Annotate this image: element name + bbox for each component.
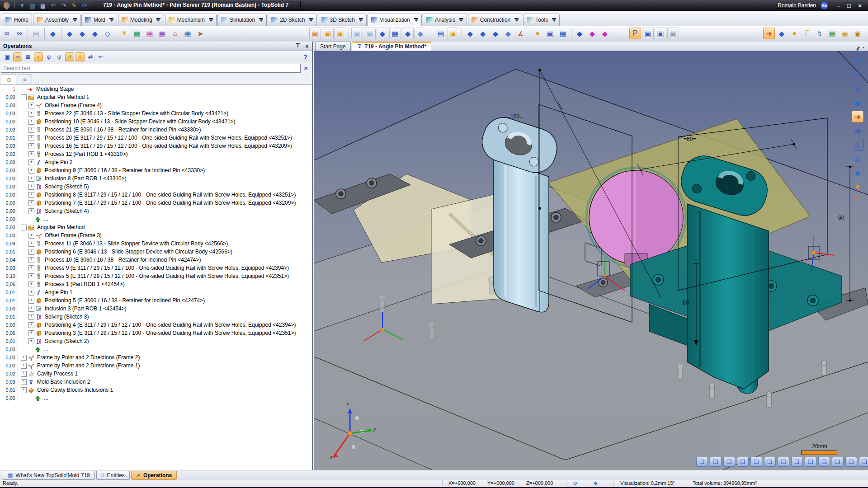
tree-row[interactable]: 0,02+Process 12 (Part ROB 1 <43310>) [0, 150, 312, 158]
display-mode-icon[interactable]: ❖ [593, 480, 598, 487]
tree-row[interactable]: 0,10+Process 5 (E 3117 / 29 / 15 / 12 / … [0, 272, 312, 280]
expand-box-icon[interactable]: + [28, 192, 34, 198]
document-tab-active[interactable]: 719 - Angle Pin Method* [352, 42, 431, 51]
tag-icon[interactable]: ◗ [34, 52, 43, 61]
window-select-1-icon[interactable]: ▣ [642, 28, 654, 39]
expand-box-icon[interactable]: + [28, 143, 34, 149]
split-viewport-icon[interactable]: ▦ [852, 125, 863, 136]
part-variant-3-icon[interactable]: ◆ [89, 28, 101, 39]
expand-box-icon[interactable]: + [28, 184, 34, 190]
maximize-button[interactable]: □ [844, 1, 854, 9]
expand-box-icon[interactable]: + [28, 249, 34, 255]
tree-row[interactable]: 0,03+Mold Base Inclusion 2 [0, 378, 312, 386]
expand-box-icon[interactable]: + [28, 282, 34, 287]
tree-row[interactable]: 0,01+Angle Pin 1 [0, 288, 312, 296]
expand-box-icon[interactable]: + [28, 119, 34, 125]
shade-part-icon[interactable]: ◆ [47, 28, 59, 39]
ribbon-tab-assembly[interactable]: Assembly [33, 14, 80, 26]
ribbon-tab-construction[interactable]: Construction [468, 14, 522, 26]
expand-box-icon[interactable]: + [28, 160, 34, 165]
coil-spring-1-icon[interactable]: ◉ [839, 28, 851, 39]
ribbon-tab-chevron-icon[interactable] [73, 18, 77, 22]
import-operation-icon[interactable]: ➚ [65, 52, 74, 61]
tree-row[interactable]: 0,01+Solving (Sketch 2) [0, 337, 312, 345]
tree-row[interactable]: 0,00+Solving (Sketch 4) [0, 207, 312, 215]
tree-row[interactable]: 0,00... [0, 345, 312, 353]
print-icon[interactable]: ▤ [38, 1, 47, 9]
part-shape-icon[interactable]: ◆ [776, 28, 788, 39]
render-quality-icon[interactable]: ▦ [144, 28, 156, 39]
measure-angle-icon[interactable]: ∡ [515, 28, 527, 39]
select-window-2-icon[interactable]: ▣ [364, 28, 376, 39]
search-input[interactable] [1, 64, 301, 73]
tree-row[interactable]: 0,00+Positioning 4 (E 3117 / 29 / 15 / 1… [0, 321, 312, 329]
zoom-icon[interactable]: ◎ [852, 153, 863, 164]
tree-row[interactable]: 0,01+Solving (Sketch 3) [0, 313, 312, 321]
ribbon-tab-chevron-icon[interactable] [209, 18, 213, 22]
pan-icon[interactable]: ✚ [852, 55, 863, 66]
palette-materials-icon[interactable]: ● [532, 28, 543, 39]
tree-row[interactable]: 0,03+Process 16 (E 3117 / 29 / 15 / 12 /… [0, 142, 312, 150]
part-drop-2-icon[interactable]: ◆ [477, 28, 489, 39]
tree-row[interactable]: 0,00+Angle Pin 2 [0, 158, 312, 166]
camera-projection-icon[interactable]: ◉ [852, 97, 863, 108]
edit-pen-icon[interactable]: ✎ [70, 1, 79, 9]
part-cursor-icon[interactable]: ◆ [502, 28, 514, 39]
collapse-box-icon[interactable]: − [21, 225, 27, 230]
isometric-view-icon[interactable]: ◆ [852, 167, 863, 178]
clip-block-icon[interactable]: ❑ [737, 457, 749, 467]
expand-box-icon[interactable]: + [28, 208, 34, 214]
viewport-collapse-chevron-icon[interactable]: ▾ [852, 46, 863, 52]
zoom-window-icon[interactable]: ◎ [852, 139, 863, 150]
tree-row[interactable]: 0,00+Inclusion 3 (Part ROB 1 <42454>) [0, 305, 312, 313]
scene-background-icon[interactable]: ▦ [131, 28, 143, 39]
panel-tab-entities[interactable]: 8Entities [96, 471, 130, 480]
ribbon-tab-mechanism[interactable]: Mechanism [165, 14, 217, 26]
expand-box-icon[interactable]: + [28, 322, 34, 328]
previous-view-icon[interactable]: ◄ [852, 83, 863, 94]
tree-row[interactable]: 0,02+Cavity Process 1 [0, 370, 312, 378]
tree-row[interactable]: 0,00+Positioning 8 (E 3117 / 29 / 15 / 1… [0, 191, 312, 199]
user-avatar[interactable]: RB [821, 2, 828, 9]
stages-range-icon[interactable]: ≣ [24, 52, 33, 61]
expand-box-icon[interactable]: + [21, 363, 27, 369]
ribbon-tab-simulation[interactable]: Simulation [217, 14, 267, 26]
part-drop-3-icon[interactable]: ◆ [490, 28, 501, 39]
select-in-document-icon[interactable]: ▣ [3, 52, 12, 61]
tree-row[interactable]: 0,00+Solving (Sketch 5) [0, 183, 312, 191]
ribbon-tab-chevron-icon[interactable] [109, 18, 113, 22]
tree-row[interactable]: 0,00+Positioning 10 (E 3046 / 13 - Slide… [0, 117, 312, 126]
undo-icon[interactable]: ↶ [49, 1, 58, 9]
expand-box-icon[interactable]: + [28, 103, 34, 108]
tree-row[interactable]: 0,00... [0, 215, 312, 223]
expand-box-icon[interactable]: + [28, 306, 34, 312]
ribbon-tab-chevron-icon[interactable] [309, 18, 313, 22]
refresh-icon[interactable]: ⟳ [80, 1, 89, 9]
expand-box-icon[interactable]: + [28, 168, 34, 174]
ribbon-tab-chevron-icon[interactable] [359, 18, 363, 22]
camera-ghost-icon[interactable]: ❑ [845, 457, 857, 467]
3d-viewport[interactable]: =100= =60= 60 60 z y x 20mm ❑❑❑❑❑❑❑❑❑❑❑❑… [314, 51, 868, 470]
minimize-button[interactable]: – [833, 1, 844, 9]
expand-box-icon[interactable]: + [28, 290, 34, 296]
close-button[interactable]: × [854, 1, 865, 9]
cube-magenta-2-icon[interactable]: ◆ [599, 28, 611, 39]
expand-box-icon[interactable]: + [28, 273, 34, 279]
expand-box-icon[interactable]: + [21, 371, 27, 377]
expand-box-icon[interactable]: + [28, 265, 34, 271]
expand-box-icon[interactable]: + [28, 314, 34, 320]
gold-sphere-icon[interactable]: ● [788, 28, 800, 39]
door-selection-3-icon[interactable]: ▣ [335, 28, 346, 39]
user-account-link[interactable]: Romain Bastien [778, 2, 816, 9]
tree-row[interactable]: 0,00+Positioning 9 (E 3060 / 16 / 38 - R… [0, 166, 312, 174]
tree-row[interactable]: 0,00−Angular Pin Method 1 [0, 93, 312, 101]
expand-box-icon[interactable]: + [28, 135, 34, 141]
bent-pipe-icon[interactable]: Γ [801, 28, 813, 39]
expand-box-icon[interactable]: + [28, 127, 34, 133]
ribbon-tab-chevron-icon[interactable] [459, 18, 463, 22]
select-cube-1-icon[interactable]: ◆ [402, 28, 414, 39]
expand-box-icon[interactable]: + [28, 298, 34, 304]
door-selection-1-icon[interactable]: ▣ [309, 28, 321, 39]
camera-flag-icon[interactable]: ❑ [791, 457, 803, 467]
camera-part-icon[interactable]: ❑ [805, 457, 816, 467]
